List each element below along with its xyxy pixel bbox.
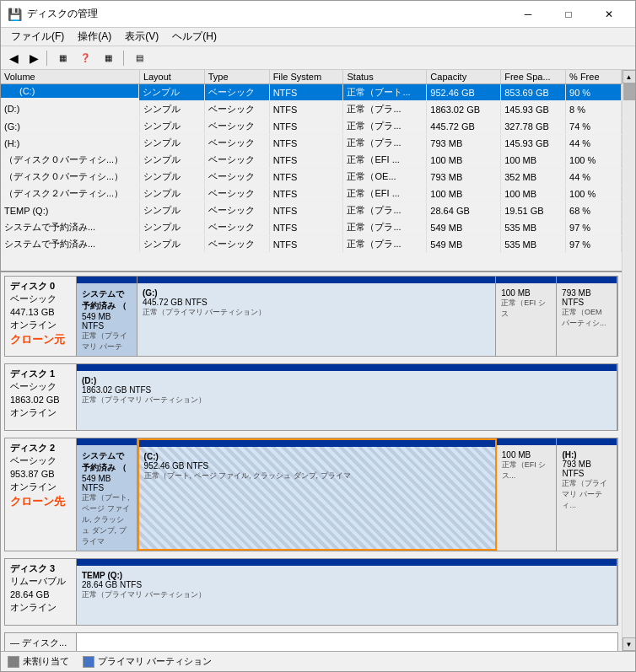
table-cell: 535 MB <box>501 236 566 253</box>
table-row[interactable]: システムで予約済み...シンプルベーシックNTFS正常（プラ...549 MB5… <box>1 219 622 236</box>
legend-unalloc-label: 未割り当て <box>23 655 69 668</box>
toolbar-btn-4[interactable]: ▤ <box>127 49 151 67</box>
partition-header-bar <box>557 438 617 445</box>
table-cell: NTFS <box>269 152 343 169</box>
disk-type: ベーシック <box>10 293 71 305</box>
table-scroll[interactable]: Volume Layout Type File System Status Ca… <box>1 70 622 271</box>
toolbar-btn-1[interactable]: ▦ <box>51 49 74 67</box>
table-cell: NTFS <box>269 219 343 236</box>
toolbar-btn-3[interactable]: ▦ <box>96 49 120 67</box>
table-row[interactable]: システムで予約済み...シンプルベーシックNTFS正常（プラ...549 MB5… <box>1 236 622 253</box>
disk-partitions: システムで予約済み （549 MB NTFS正常（ブート, ページ ファイル, … <box>77 438 617 551</box>
table-cell: (H:) <box>1 135 139 152</box>
col-fs[interactable]: File System <box>269 70 343 84</box>
table-row[interactable]: （ディスク０パーティシ...）シンプルベーシックNTFS正常（EFI ...10… <box>1 152 622 169</box>
table-cell: 793 MB <box>427 169 501 185</box>
scroll-track <box>623 83 635 637</box>
partition[interactable]: (C:)952.46 GB NTFS正常（ブート, ページ ファイル, クラッシ… <box>137 438 497 551</box>
disk-status: オンライン <box>10 319 71 331</box>
scroll-thumb[interactable] <box>623 83 635 100</box>
table-row[interactable]: （ディスク０パーティシ...）シンプルベーシックNTFS正常（OE...793 … <box>1 169 622 185</box>
menu-help[interactable]: ヘルプ(H) <box>165 28 224 46</box>
partition-header-bar <box>77 364 617 371</box>
disk-size: 1863.02 GB <box>10 394 71 406</box>
partition[interactable]: (D:)1863.02 GB NTFS正常（プライマリ バーティション） <box>77 364 617 430</box>
table-cell: NTFS <box>269 135 343 152</box>
partition[interactable]: システムで予約済み （549 MB NTFS正常（プライマリ パーテ <box>77 277 137 356</box>
table-cell: 正常（OE... <box>343 169 427 185</box>
table-cell: 28.64 GB <box>427 202 501 219</box>
table-cell: ベーシック <box>204 118 269 135</box>
table-cell: 正常（プラ... <box>343 135 427 152</box>
col-layout[interactable]: Layout <box>139 70 204 84</box>
table-cell: 8 % <box>566 101 622 118</box>
table-row[interactable]: TEMP (Q:)シンプルベーシックNTFS正常（プラ...28.64 GB19… <box>1 202 622 219</box>
minimize-button[interactable]: ─ <box>509 6 547 23</box>
table-cell: 535 MB <box>501 219 566 236</box>
table-row[interactable]: （ディスク２パーティシ...）シンプルベーシックNTFS正常（EFI ...10… <box>1 185 622 202</box>
col-status[interactable]: Status <box>343 70 427 84</box>
forward-button[interactable]: ▶ <box>24 49 43 67</box>
partition-header-bar <box>139 440 495 447</box>
col-volume[interactable]: Volume <box>1 70 139 84</box>
table-cell: NTFS <box>269 101 343 118</box>
partition[interactable]: (G:)445.72 GB NTFS正常（プライマリ バーティション） <box>137 277 496 356</box>
table-cell: 100 % <box>566 152 622 169</box>
partition-content: (H:)793 MB NTFS正常（プライマリ パーティ... <box>562 450 612 511</box>
toolbar: ◀ ▶ ▦ ❓ ▦ ▤ <box>1 46 635 70</box>
table-cell: ベーシック <box>204 219 269 236</box>
partition[interactable]: 793 MB NTFS正常（OEM パーティシ... <box>557 277 617 356</box>
col-capacity[interactable]: Capacity <box>427 70 501 84</box>
table-cell: 正常（EFI ... <box>343 152 427 169</box>
col-pct[interactable]: % Free <box>566 70 622 84</box>
scroll-up-button[interactable]: ▲ <box>623 70 636 83</box>
col-type[interactable]: Type <box>204 70 269 84</box>
main-area: Volume Layout Type File System Status Ca… <box>1 70 622 651</box>
partition-content: (C:)952.46 GB NTFS正常（ブート, ページ ファイル, クラッシ… <box>144 452 490 481</box>
table-cell: 1863.02 GB <box>427 101 501 118</box>
table-cell: 327.78 GB <box>501 118 566 135</box>
table-cell: 97 % <box>566 219 622 236</box>
menu-file[interactable]: ファイル(F) <box>4 28 71 46</box>
main-content: Volume Layout Type File System Status Ca… <box>1 70 635 651</box>
table-cell: NTFS <box>269 236 343 253</box>
partition[interactable]: 100 MB正常（EFI シス <box>496 277 557 356</box>
partition[interactable]: (H:)793 MB NTFS正常（プライマリ パーティ... <box>557 438 617 551</box>
partition-header-bar <box>77 559 617 566</box>
table-cell: シンプル <box>139 84 204 101</box>
table-cell: 正常（プラ... <box>343 236 427 253</box>
table-cell: ベーシック <box>204 135 269 152</box>
partition[interactable]: システムで予約済み （549 MB NTFS正常（ブート, ページ ファイル, … <box>77 438 137 551</box>
table-cell: シンプル <box>139 169 204 185</box>
partition[interactable]: 100 MB正常（EFI シス... <box>497 438 558 551</box>
table-cell: 100 MB <box>501 185 566 202</box>
close-button[interactable]: ✕ <box>590 6 628 23</box>
disk-visual-section: ディスク 0 ベーシック 447.13 GB オンライン クローン元システムで予… <box>1 272 622 651</box>
scrollbar-right[interactable]: ▲ ▼ <box>622 70 635 651</box>
table-row[interactable]: (H:)シンプルベーシックNTFS正常（プラ...793 MB145.93 GB… <box>1 135 622 152</box>
table-row[interactable]: (D:)シンプルベーシックNTFS正常（プラ...1863.02 GB145.9… <box>1 101 622 118</box>
table-cell: 正常（プラ... <box>343 118 427 135</box>
table-cell: 549 MB <box>427 219 501 236</box>
menu-view[interactable]: 表示(V) <box>118 28 165 46</box>
maximize-button[interactable]: □ <box>549 6 588 23</box>
scroll-down-button[interactable]: ▼ <box>623 637 636 651</box>
table-cell: 100 MB <box>427 152 501 169</box>
partition-desc: 正常（OEM パーティシ... <box>562 307 612 329</box>
partition-header-bar <box>137 277 495 283</box>
partition-size: 793 MB NTFS <box>562 288 612 307</box>
menu-action[interactable]: 操作(A) <box>71 28 118 46</box>
partition-header-bar <box>77 277 137 283</box>
partition-label: (C:) <box>144 452 490 461</box>
table-row[interactable]: (G:)シンプルベーシックNTFS正常（プラ...445.72 GB327.78… <box>1 118 622 135</box>
partition[interactable]: TEMP (Q:)28.64 GB NTFS正常（プライマリ バーティション） <box>77 559 617 625</box>
back-button[interactable]: ◀ <box>4 49 23 67</box>
disk-type: ベーシック <box>10 454 71 467</box>
toolbar-btn-2[interactable]: ❓ <box>76 49 94 67</box>
partition-content: システムで予約済み （549 MB NTFS正常（プライマリ パーテ <box>82 288 132 352</box>
col-free[interactable]: Free Spa... <box>501 70 566 84</box>
disk-name-partial: — ディスク... <box>10 637 71 649</box>
partition-desc: 正常（EFI シス... <box>502 460 552 481</box>
partition-size: 100 MB <box>502 450 552 460</box>
table-row[interactable]: —(C:)シンプルベーシックNTFS正常（ブート...952.46 GB853.… <box>1 84 622 101</box>
